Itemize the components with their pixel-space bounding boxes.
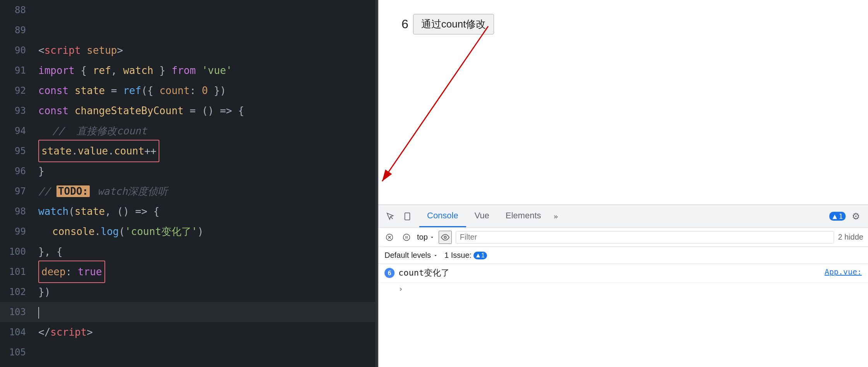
line-number: 91 xyxy=(0,60,33,81)
device-toggle-button[interactable] xyxy=(400,209,415,224)
code-line-101: 101deep: true xyxy=(0,262,375,282)
code-line-96: 96} xyxy=(0,161,375,181)
eye-button[interactable] xyxy=(439,231,452,244)
line-number: 102 xyxy=(0,282,33,302)
line-number: 97 xyxy=(0,181,33,201)
line-number: 94 xyxy=(0,121,33,141)
line-number: 89 xyxy=(0,20,33,40)
line-content: } xyxy=(33,161,375,181)
line-content: state.value.count++ xyxy=(33,140,375,162)
clear-console-button[interactable] xyxy=(383,231,396,244)
console-output-area: 6count变化了App.vue:› xyxy=(378,264,868,367)
code-lines: 888990<script setup>91import { ref, watc… xyxy=(0,0,375,367)
line-number: 92 xyxy=(0,81,33,101)
line-number: 98 xyxy=(0,201,33,221)
line-content: // 直接修改count xyxy=(33,121,375,141)
line-number: 99 xyxy=(0,221,33,242)
svg-point-9 xyxy=(403,234,410,240)
devtools-tabs: Console Vue Elements » xyxy=(419,205,562,227)
code-line-104: 104</script> xyxy=(0,322,375,342)
line-number: 105 xyxy=(0,342,33,362)
line-content: watch(state, () => { xyxy=(33,201,375,221)
code-line-88: 88 xyxy=(0,0,375,20)
line-number: 88 xyxy=(0,0,33,20)
line-number: 103 xyxy=(0,302,33,322)
svg-rect-2 xyxy=(405,213,410,220)
line-number: 90 xyxy=(0,40,33,60)
devtools-panel: Console Vue Elements » 1 ⚙ xyxy=(378,204,868,367)
devtools-settings-button[interactable]: ⚙ xyxy=(849,209,863,224)
issue-count: 1 xyxy=(473,252,487,259)
line-content: deep: true xyxy=(33,261,375,283)
text-cursor xyxy=(38,307,39,319)
line-number: 104 xyxy=(0,322,33,342)
code-line-90: 90<script setup> xyxy=(0,40,375,60)
code-line-89: 89 xyxy=(0,20,375,40)
console-expand-row[interactable]: › xyxy=(378,283,868,295)
panel-divider xyxy=(375,0,378,367)
line-content: import { ref, watch } from 'vue' xyxy=(33,60,375,81)
preview-button[interactable]: 通过count修改 xyxy=(413,14,494,34)
code-line-100: 100}, { xyxy=(0,242,375,262)
default-levels-select[interactable]: Default levels xyxy=(384,251,438,260)
filter-input[interactable] xyxy=(456,231,834,244)
console-dot: 6 xyxy=(384,268,395,278)
line-content: // TODO: watch深度侦听 xyxy=(33,181,375,201)
line-content xyxy=(33,302,375,322)
devtools-filterbar: top 2 hidde xyxy=(378,228,868,247)
line-content: const state = ref({ count: 0 }) xyxy=(33,81,375,101)
tab-console[interactable]: Console xyxy=(419,205,466,227)
code-line-92: 92const state = ref({ count: 0 }) xyxy=(0,81,375,101)
preview-count: 6 xyxy=(402,17,408,31)
code-line-95: 95state.value.count++ xyxy=(0,141,375,161)
code-line-94: 94// 直接修改count xyxy=(0,121,375,141)
right-panel: 6 通过count修改 xyxy=(378,0,868,367)
hidden-count-badge: 2 hidde xyxy=(838,233,863,242)
console-entry: 6count变化了App.vue: xyxy=(378,264,868,283)
line-number: 95 xyxy=(0,141,33,161)
line-number: 106 xyxy=(0,362,33,367)
code-line-106: 106<template> xyxy=(0,362,375,367)
line-content: }) xyxy=(33,282,375,302)
code-line-99: 99console.log('count变化了') xyxy=(0,221,375,242)
console-message: count变化了 xyxy=(398,267,822,279)
code-line-103: 103 xyxy=(0,302,375,322)
console-source-link[interactable]: App.vue: xyxy=(825,267,862,276)
line-content: </script> xyxy=(33,322,375,342)
line-content: console.log('count变化了') xyxy=(33,221,375,242)
tab-more[interactable]: » xyxy=(550,212,562,221)
svg-point-12 xyxy=(444,236,446,238)
inspect-element-button[interactable] xyxy=(383,209,398,224)
line-number: 93 xyxy=(0,101,33,121)
code-line-91: 91import { ref, watch } from 'vue' xyxy=(0,60,375,81)
line-number: 100 xyxy=(0,242,33,262)
code-editor: 888990<script setup>91import { ref, watc… xyxy=(0,0,375,367)
line-content: <script setup> xyxy=(33,40,375,60)
devtools-levels-bar: Default levels 1 Issue: 1 xyxy=(378,247,868,264)
highlighted-code: state.value.count++ xyxy=(38,140,159,162)
top-context-select[interactable]: top xyxy=(417,233,435,242)
svg-point-5 xyxy=(835,218,835,219)
svg-line-1 xyxy=(382,26,488,181)
line-number: 96 xyxy=(0,161,33,181)
code-line-97: 97// TODO: watch深度侦听 xyxy=(0,181,375,201)
line-content: <template> xyxy=(33,362,375,367)
browser-preview: 6 通过count修改 xyxy=(378,0,868,204)
code-line-93: 93const changeStateByCount = () => { xyxy=(0,101,375,121)
devtools-badge: 1 xyxy=(829,212,846,221)
tab-vue[interactable]: Vue xyxy=(467,205,497,227)
preview-content: 6 通过count修改 xyxy=(402,14,494,34)
pause-button[interactable] xyxy=(400,231,413,244)
issue-badge: 1 Issue: 1 xyxy=(444,251,487,260)
tab-elements[interactable]: Elements xyxy=(498,205,549,227)
code-line-98: 98watch(state, () => { xyxy=(0,201,375,221)
highlighted-code: deep: true xyxy=(38,261,105,283)
code-line-102: 102}) xyxy=(0,282,375,302)
devtools-toolbar: Console Vue Elements » 1 ⚙ xyxy=(378,205,868,228)
line-content: const changeStateByCount = () => { xyxy=(33,101,375,121)
line-number: 101 xyxy=(0,262,33,282)
code-line-105: 105 xyxy=(0,342,375,362)
line-content: }, { xyxy=(33,242,375,262)
